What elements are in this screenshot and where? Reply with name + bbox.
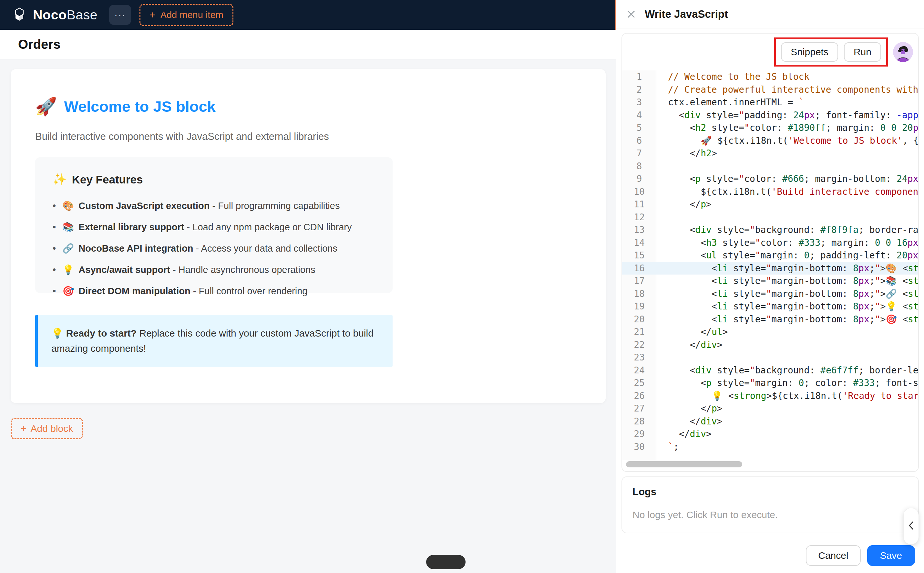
- code-line-content: <li style="margin-bottom: 8px;">🔗 <stron…: [656, 288, 918, 301]
- code-line-content: 🚀 ${ctx.i18n.t('Welcome to JS block', { …: [656, 135, 918, 147]
- plus-icon: +: [150, 12, 156, 18]
- menu-overflow-button[interactable]: ···: [109, 5, 131, 25]
- horizontal-scrollbar-thumb[interactable]: [626, 461, 742, 467]
- panel-header: Write JavaScript: [617, 0, 924, 28]
- line-number: 4: [622, 109, 656, 122]
- code-line-content: <p style="margin: 0; color: #333; font-s…: [656, 377, 918, 390]
- feature-list-item: • 💡 Async/await support - Handle asynchr…: [53, 264, 375, 275]
- code-line: 22 </div>: [622, 338, 918, 351]
- code-line-content: </ul>: [656, 326, 918, 338]
- code-line: 17 <li style="margin-bottom: 8px;">📚 <st…: [622, 274, 918, 288]
- ready-bold-text: Ready to start?: [66, 328, 137, 338]
- line-number: 20: [622, 313, 656, 326]
- code-line-content: ctx.element.innerHTML = `: [656, 96, 918, 109]
- code-line: 27 </p>: [622, 402, 918, 415]
- feature-bold-text: Custom JavaScript execution: [78, 200, 209, 211]
- code-line-content: 💡 <strong>${ctx.i18n.t('Ready to start?': [656, 390, 918, 402]
- js-block-card: 🚀 Welcome to JS block Build interactive …: [11, 69, 606, 403]
- line-number: 19: [622, 300, 656, 313]
- add-menu-item-button[interactable]: + Add menu item: [139, 4, 233, 26]
- code-line: 26 💡 <strong>${ctx.i18n.t('Ready to star…: [622, 390, 918, 402]
- line-number: 15: [622, 249, 656, 262]
- line-number: 26: [622, 390, 656, 402]
- code-editor[interactable]: 1 // Welcome to the JS block 2 // Create…: [622, 70, 918, 460]
- run-button[interactable]: Run: [844, 42, 881, 62]
- code-line-content: </div>: [656, 427, 918, 441]
- line-number: 24: [622, 364, 656, 377]
- cancel-button[interactable]: Cancel: [806, 545, 860, 566]
- home-indicator-pill: [426, 555, 465, 569]
- welcome-title: Welcome to JS block: [64, 97, 215, 115]
- close-icon[interactable]: [626, 9, 636, 19]
- bullet-dot: •: [53, 265, 56, 275]
- code-line-content: <li style="margin-bottom: 8px;">📚 <stron…: [656, 274, 918, 288]
- assistant-avatar[interactable]: [893, 42, 913, 62]
- code-line-content: <div style="background: #e6f7ff; border-…: [656, 364, 918, 377]
- feature-emoji-icon: 🎨: [62, 200, 74, 211]
- code-line-content: </div>: [656, 338, 918, 351]
- bullet-dot: •: [53, 243, 56, 254]
- feature-list-item: • 🔗 NocoBase API integration - Access yo…: [53, 243, 375, 254]
- code-line: 19 <li style="margin-bottom: 8px;">💡 <st…: [622, 300, 918, 313]
- line-number: 13: [622, 224, 656, 236]
- page-title: Orders: [18, 37, 60, 52]
- code-line-content: `;: [656, 441, 918, 454]
- line-number: 6: [622, 135, 656, 147]
- feature-list-item: • 🎯 Direct DOM manipulation - Full contr…: [53, 285, 375, 296]
- collapse-panel-tab[interactable]: [903, 508, 919, 545]
- panel-footer: Cancel Save: [617, 538, 924, 573]
- nocobase-logo-icon: [11, 6, 28, 24]
- code-line: 24 <div style="background: #e6f7ff; bord…: [622, 364, 918, 377]
- code-line: 29 </div>: [622, 427, 918, 441]
- brand-text-bold: Noco: [33, 8, 67, 22]
- features-list: • 🎨 Custom JavaScript execution - Full p…: [53, 200, 375, 296]
- line-number: 22: [622, 338, 656, 351]
- line-number: 17: [622, 274, 656, 288]
- snippets-button[interactable]: Snippets: [781, 42, 838, 62]
- line-number: 28: [622, 415, 656, 428]
- code-line: 3 ctx.element.innerHTML = `: [622, 96, 918, 109]
- logs-heading: Logs: [632, 486, 908, 498]
- nocobase-logo[interactable]: NocoBase: [0, 6, 106, 24]
- feature-rest-text: - Load any npm package or CDN library: [184, 222, 352, 232]
- code-line-content: [656, 351, 918, 364]
- line-number: 18: [622, 288, 656, 301]
- feature-bold-text: Async/await support: [78, 265, 170, 275]
- code-line-content: </p>: [656, 198, 918, 211]
- line-number: 9: [622, 172, 656, 185]
- code-line-content: ${ctx.i18n.t('Build interactive componen…: [656, 185, 918, 198]
- code-line: 6 🚀 ${ctx.i18n.t('Welcome to JS block', …: [622, 135, 918, 147]
- code-line: 13 <div style="background: #f8f9fa; bord…: [622, 224, 918, 236]
- key-features-heading: ✨ Key Features: [53, 173, 375, 186]
- lightbulb-emoji-icon: 💡: [52, 328, 63, 338]
- add-block-button[interactable]: + Add block: [11, 418, 83, 439]
- code-line-content: // Create powerful interactive component…: [656, 83, 918, 96]
- brand-text-light: Base: [67, 8, 97, 22]
- code-line: 8: [622, 160, 918, 173]
- code-line: 18 <li style="margin-bottom: 8px;">🔗 <st…: [622, 288, 918, 301]
- key-features-box: ✨ Key Features • 🎨 Custom JavaScript exe…: [35, 157, 393, 293]
- code-line: 5 <h2 style="color: #1890ff; margin: 0 0…: [622, 121, 918, 135]
- feature-emoji-icon: 💡: [62, 264, 74, 275]
- code-line-content: </p>: [656, 402, 918, 415]
- app-root: NocoBase ··· + Add menu item: [0, 0, 924, 573]
- main-content: Orders 🚀 Welcome to JS block Build inter…: [0, 30, 616, 573]
- code-line-content: <h3 style="color: #333; margin: 0 0 16px…: [656, 236, 918, 249]
- write-javascript-panel: Write JavaScript Snippets Run: [616, 0, 924, 573]
- feature-rest-text: - Handle asynchronous operations: [170, 265, 315, 275]
- rocket-emoji-icon: 🚀: [35, 96, 57, 117]
- code-line: 4 <div style="padding: 24px; font-family…: [622, 109, 918, 122]
- line-number: 29: [622, 427, 656, 441]
- bullet-dot: •: [53, 286, 56, 296]
- line-number: 25: [622, 377, 656, 390]
- save-button[interactable]: Save: [867, 545, 915, 566]
- code-line: 20 <li style="margin-bottom: 8px;">🎯 <st…: [622, 313, 918, 326]
- editor-toolbar: Snippets Run: [622, 34, 918, 70]
- feature-rest-text: - Full programming capabilities: [209, 200, 340, 211]
- welcome-title-row: 🚀 Welcome to JS block: [35, 96, 581, 117]
- code-editor-card: Snippets Run: [621, 33, 919, 472]
- welcome-subtitle: Build interactive components with JavaSc…: [35, 131, 581, 142]
- feature-emoji-icon: 📚: [62, 222, 74, 233]
- feature-rest-text: - Access your data and collections: [193, 243, 337, 254]
- code-line: 9 <p style="color: #666; margin-bottom: …: [622, 172, 918, 185]
